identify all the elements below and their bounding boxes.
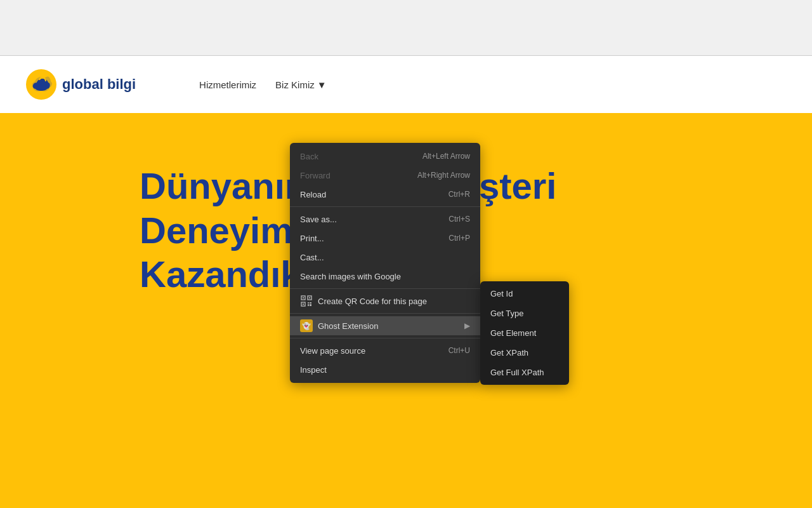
- svg-rect-6: [303, 304, 304, 305]
- view-source-shortcut: Ctrl+U: [449, 346, 470, 355]
- ghost-extension-submenu: Get Id Get Type Get Element Get XPath Ge…: [480, 281, 569, 385]
- context-menu-ghost-extension[interactable]: 👻 Ghost Extension ▶: [290, 316, 480, 335]
- separator-2: [290, 288, 480, 289]
- submenu-get-full-xpath[interactable]: Get Full XPath: [480, 363, 569, 382]
- context-menu-view-source[interactable]: View page source Ctrl+U: [290, 341, 480, 360]
- context-menu-search-images[interactable]: Search images with Google: [290, 267, 480, 286]
- nav-biz-kimiz[interactable]: Biz Kimiz ▼: [275, 79, 327, 90]
- svg-rect-4: [309, 297, 310, 298]
- context-menu-create-qr[interactable]: Create QR Code for this page: [290, 291, 480, 311]
- svg-rect-7: [308, 302, 309, 304]
- qr-icon: [300, 295, 313, 307]
- svg-rect-9: [308, 304, 309, 306]
- svg-rect-10: [310, 304, 311, 306]
- context-menu-inspect[interactable]: Inspect: [290, 360, 480, 379]
- search-images-label: Search images with Google: [300, 272, 401, 281]
- website-header: global bilgi Hizmetlerimiz Biz Kimiz ▼: [0, 56, 812, 113]
- submenu-get-xpath[interactable]: Get XPath: [480, 343, 569, 363]
- reload-label: Reload: [300, 190, 326, 199]
- forward-shortcut: Alt+Right Arrow: [417, 171, 470, 180]
- nav-hizmetlerimiz[interactable]: Hizmetlerimiz: [199, 79, 256, 90]
- context-menu-back[interactable]: Back Alt+Left Arrow: [290, 147, 480, 166]
- svg-rect-8: [310, 302, 311, 304]
- save-as-label: Save as...: [300, 215, 337, 224]
- svg-rect-2: [303, 297, 304, 298]
- context-menu-cast[interactable]: Cast...: [290, 248, 480, 267]
- ghost-extension-label: 👻 Ghost Extension: [300, 319, 378, 332]
- reload-shortcut: Ctrl+R: [449, 190, 470, 199]
- submenu-get-element[interactable]: Get Element: [480, 323, 569, 343]
- back-label: Back: [300, 152, 318, 161]
- context-menu-wrapper: Back Alt+Left Arrow Forward Alt+Right Ar…: [290, 143, 480, 383]
- context-menu-forward[interactable]: Forward Alt+Right Arrow: [290, 166, 480, 185]
- ghost-icon: 👻: [300, 319, 313, 332]
- print-label: Print...: [300, 234, 324, 243]
- context-menu-save-as[interactable]: Save as... Ctrl+S: [290, 210, 480, 229]
- forward-label: Forward: [300, 171, 331, 180]
- logo[interactable]: global bilgi: [25, 69, 136, 100]
- save-as-shortcut: Ctrl+S: [449, 215, 470, 224]
- inspect-label: Inspect: [300, 365, 327, 375]
- separator-3: [290, 313, 480, 314]
- chevron-down-icon: ▼: [317, 79, 327, 90]
- separator-4: [290, 338, 480, 338]
- logo-text: global bilgi: [62, 76, 136, 93]
- submenu-get-type[interactable]: Get Type: [480, 304, 569, 323]
- create-qr-label: Create QR Code for this page: [300, 295, 427, 307]
- hero-section: Dünyanın En İyi Müşteri Deneyimi Ödülünü…: [0, 113, 812, 508]
- print-shortcut: Ctrl+P: [449, 234, 470, 243]
- logo-icon: [25, 69, 57, 100]
- nav-items: Hizmetlerimiz Biz Kimiz ▼: [199, 79, 327, 90]
- submenu-get-id[interactable]: Get Id: [480, 284, 569, 304]
- view-source-label: View page source: [300, 346, 365, 356]
- context-menu-reload[interactable]: Reload Ctrl+R: [290, 185, 480, 204]
- browser-top-bar: [0, 0, 812, 56]
- separator-1: [290, 206, 480, 207]
- context-menu-print[interactable]: Print... Ctrl+P: [290, 229, 480, 248]
- back-shortcut: Alt+Left Arrow: [422, 152, 470, 161]
- cast-label: Cast...: [300, 253, 324, 262]
- context-menu: Back Alt+Left Arrow Forward Alt+Right Ar…: [290, 143, 480, 383]
- submenu-arrow-icon: ▶: [464, 321, 470, 330]
